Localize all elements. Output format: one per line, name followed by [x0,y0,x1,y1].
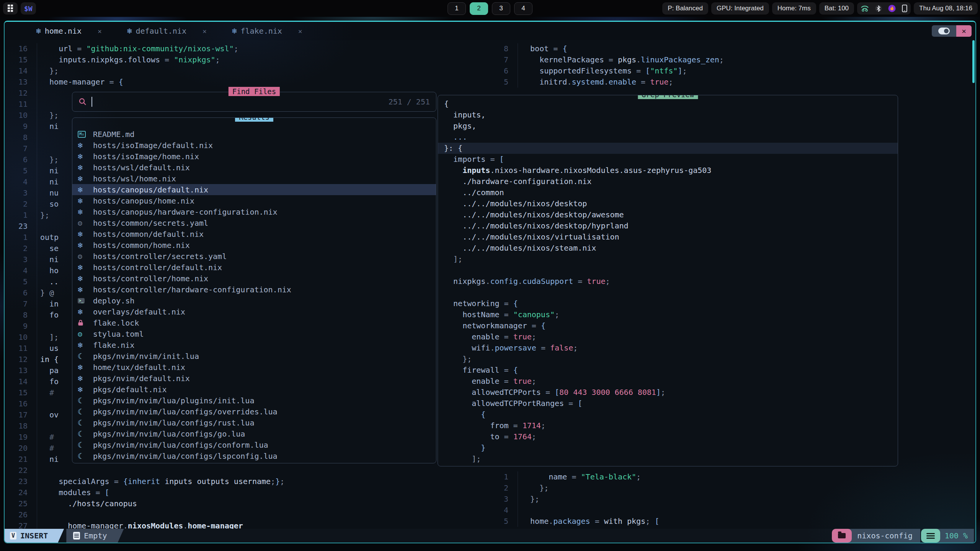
result-item[interactable]: ☾pkgs/nvim/nvim/lua/configs/lspconfig.lu… [72,450,436,461]
tab-close-icon[interactable]: × [298,27,302,35]
fire-icon[interactable] [888,5,896,12]
tab-home.nix[interactable]: ❄home.nix× [36,26,102,36]
network-icon[interactable] [861,5,869,12]
nix-snowflake-icon: ❄ [78,196,83,205]
result-item[interactable]: M↓README.md [72,129,436,140]
result-item[interactable]: ❄home/tux/default.nix [72,362,436,373]
tab-flake.nix[interactable]: ❄flake.nix× [232,26,302,36]
result-item[interactable]: ❄hosts/controller/default.nix [72,262,436,273]
window-toggle-button[interactable] [932,25,956,37]
buffer-icon [73,532,80,540]
preview-line: inputs, [444,109,898,121]
workspace-button-1[interactable]: 1 [448,2,466,15]
result-item[interactable]: ❄overlays/default.nix [72,306,436,317]
tab-close-icon[interactable]: × [203,27,207,35]
status-bar: V INSERT Empty nixos-config 100 % [5,529,975,543]
phone-icon[interactable] [902,5,907,12]
tab-close-icon[interactable]: × [98,27,102,35]
result-item[interactable]: flake.lock [72,317,436,328]
window-close-button[interactable]: × [956,25,972,37]
result-item[interactable]: ⚙stylua.toml [72,328,436,339]
result-item[interactable]: ❄flake.nix [72,339,436,350]
find-files-prompt[interactable]: Find Files 251 / 251 [72,92,436,112]
bluetooth-icon[interactable] [875,5,882,12]
preview-line: ... [444,132,898,143]
result-item[interactable]: ❄hosts/canopus/home.nix [72,195,436,206]
code-line: 1 name = "Tela-black"; [479,471,975,483]
code-line: 7 kernelPackages = pkgs.linuxPackages_ze… [479,54,975,65]
result-item[interactable]: >_deploy.sh [72,295,436,306]
gpu-module[interactable]: GPU: Integrated [711,2,769,15]
result-item[interactable]: ⚙hosts/controller/secrets.yaml [72,251,436,262]
preview-line: ]; [444,254,898,265]
markdown-icon: M↓ [78,131,86,138]
code-line: 5 home.packages = with pkgs; [ [479,516,975,527]
result-label: pkgs/nvim/nvim/lua/configs/rust.lua [93,418,254,427]
result-item[interactable]: ❄hosts/controller/hardware-configuration… [72,284,436,295]
preview-line: hostName = "canopus"; [444,309,898,320]
code-line: 25 ./hosts/canopus [5,498,479,509]
workspace-button-4[interactable]: 4 [514,2,532,15]
result-item[interactable]: ☾pkgs/nvim/nvim/lua/plugins/init.lua [72,395,436,406]
result-item[interactable]: ❄hosts/wsl/home.nix [72,173,436,184]
result-item[interactable]: ❄hosts/common/home.nix [72,240,436,251]
result-label: pkgs/nvim/nvim/lua/configs/go.lua [93,429,245,439]
lua-moon-icon: ☾ [78,429,82,439]
result-label: pkgs/nvim/nvim/init.lua [93,352,199,361]
tab-label: flake.nix [240,26,282,36]
result-label: pkgs/nvim/nvim/lua/configs/lspconfig.lua [93,452,278,461]
nix-snowflake-icon: ❄ [78,241,83,250]
ping-label: Home: 7ms [777,5,811,12]
power-profile-module[interactable]: P: Balanced [662,2,708,15]
result-item[interactable]: ⚙hosts/common/secrets.yaml [72,217,436,228]
result-label: pkgs/default.nix [93,385,167,394]
top-status-bar: $W 1234 P: Balanced GPU: Integrated Home… [0,0,980,17]
preview-line: ../../modules/nixos/virtualisation [444,231,898,243]
text-cursor [91,97,92,107]
grep-preview-popup: Grep Preview { inputs, pkgs, ...}: { imp… [438,95,898,466]
workspace-button-3[interactable]: 3 [492,2,510,15]
preview-line: allowedTCPPortRanges = [ [444,398,898,409]
wm-logo: $W [21,2,36,15]
result-item[interactable]: ☾pkgs/nvim/nvim/init.lua [72,350,436,362]
result-label: pkgs/nvim/nvim/lua/plugins/init.lua [93,396,254,405]
result-label: hosts/isoImage/default.nix [93,141,213,150]
result-item[interactable]: ❄hosts/isoImage/home.nix [72,151,436,162]
result-item[interactable]: ❄hosts/isoImage/default.nix [72,140,436,151]
battery-module[interactable]: Bat: 100 [819,2,854,15]
ping-module[interactable]: Home: 7ms [772,2,816,15]
code-line: 24 modules = [ [5,487,479,498]
editor-area[interactable]: 16 url = "github:nix-community/nixos-wsl… [5,40,975,529]
result-item[interactable]: ❄pkgs/nvim/default.nix [72,373,436,384]
app-launcher-button[interactable] [3,2,18,15]
result-item[interactable]: ❄hosts/common/default.nix [72,228,436,240]
lua-moon-icon: ☾ [78,352,82,361]
code-line: 5 initrd.systemd.enable = true; [479,77,975,88]
result-label: pkgs/nvim/default.nix [93,374,190,383]
tray-module [857,2,911,15]
result-item[interactable]: ❄hosts/canopus/hardware-configuration.ni… [72,206,436,217]
result-label: flake.lock [93,318,139,328]
nix-snowflake-icon: ❄ [78,230,83,239]
result-item[interactable]: ❄hosts/canopus/default.nix [72,184,436,195]
code-line: 3 }; [479,494,975,505]
scrollbar-thumb[interactable] [972,40,975,83]
code-line: 26 [5,509,479,520]
tab-label: default.nix [136,26,186,36]
result-item[interactable]: ☾pkgs/nvim/nvim/lua/configs/conform.lua [72,439,436,450]
workspace-button-2[interactable]: 2 [470,2,488,15]
result-label: pkgs/nvim/nvim/lua/configs/overrides.lua [93,407,278,416]
result-item[interactable]: ☾pkgs/nvim/nvim/lua/configs/go.lua [72,428,436,439]
preview-line: networking = { [444,298,898,309]
nix-snowflake-icon: ❄ [127,26,132,36]
nix-snowflake-icon: ❄ [78,307,83,316]
tab-default.nix[interactable]: ❄default.nix× [127,26,207,36]
nix-snowflake-icon: ❄ [78,174,83,183]
result-item[interactable]: ❄hosts/wsl/default.nix [72,162,436,173]
result-item[interactable]: ❄pkgs/default.nix [72,384,436,395]
result-item[interactable]: ❄hosts/controller/home.nix [72,273,436,284]
result-item[interactable]: ☾pkgs/nvim/nvim/lua/configs/overrides.lu… [72,406,436,417]
preview-line: ../../modules/nixos/steam.nix [444,243,898,254]
clock-module[interactable]: Thu Aug 08, 18:16 [914,2,978,15]
result-item[interactable]: ☾pkgs/nvim/nvim/lua/configs/rust.lua [72,417,436,428]
